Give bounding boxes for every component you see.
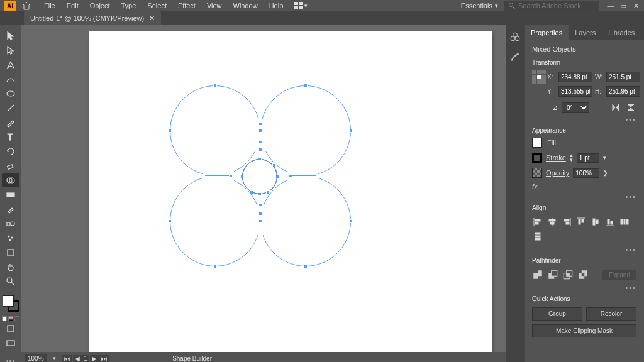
zoom-tool[interactable]: [2, 275, 19, 288]
tab-libraries[interactable]: Libraries: [602, 25, 641, 40]
selection-handle[interactable]: [275, 175, 279, 178]
align-left-icon[interactable]: [532, 216, 543, 228]
line-tool[interactable]: [2, 101, 19, 115]
close-button[interactable]: ✕: [631, 1, 640, 10]
pathfinder-exclude-icon[interactable]: [577, 269, 589, 280]
fill-color-swatch[interactable]: [532, 138, 542, 148]
selection-handle[interactable]: [240, 175, 244, 178]
menu-file[interactable]: File: [39, 0, 60, 11]
selection-handle[interactable]: [258, 129, 262, 133]
appearance-more-options[interactable]: •••: [525, 193, 644, 200]
maximize-button[interactable]: ▭: [619, 1, 628, 10]
selection-handle[interactable]: [258, 212, 262, 216]
symbol-sprayer-tool[interactable]: [2, 231, 19, 245]
stroke-profile-dropdown[interactable]: ▾: [603, 155, 606, 161]
edit-toolbar-button[interactable]: •••: [6, 357, 16, 362]
opacity-input[interactable]: [573, 168, 599, 178]
selection-handle[interactable]: [168, 129, 172, 133]
transform-h-input[interactable]: [606, 86, 640, 97]
menu-help[interactable]: Help: [264, 0, 289, 11]
pathfinder-unite-icon[interactable]: [532, 269, 543, 280]
arrange-documents-icon[interactable]: ▾: [289, 0, 313, 11]
flip-horizontal-icon[interactable]: [610, 102, 621, 113]
menu-type[interactable]: Type: [116, 0, 142, 11]
opacity-swatch[interactable]: [532, 168, 542, 178]
transform-y-input[interactable]: [558, 86, 592, 97]
menu-select[interactable]: Select: [142, 0, 172, 11]
selection-handle[interactable]: [289, 174, 292, 178]
menu-object[interactable]: Object: [85, 0, 115, 11]
selection-handle[interactable]: [349, 129, 353, 133]
make-clipping-mask-button[interactable]: Make Clipping Mask: [532, 324, 636, 337]
menu-view[interactable]: View: [202, 0, 227, 11]
stroke-stepper-icon[interactable]: ▴▾: [570, 153, 573, 162]
opacity-presets-icon[interactable]: ❯: [603, 170, 608, 176]
screen-mode-icon[interactable]: [2, 336, 19, 350]
selection-handle[interactable]: [266, 190, 270, 194]
fill-swatch[interactable]: [3, 295, 14, 307]
transform-more-options[interactable]: •••: [525, 116, 644, 123]
align-top-icon[interactable]: [575, 216, 587, 228]
selection-handle[interactable]: [304, 84, 308, 87]
artboard[interactable]: [89, 31, 492, 352]
color-mode-icons[interactable]: ⁄: [2, 316, 19, 321]
brushes-panel-icon[interactable]: [509, 52, 521, 63]
selection-handle[interactable]: [213, 84, 217, 87]
pathfinder-intersect-icon[interactable]: [562, 269, 574, 280]
curvature-tool[interactable]: [2, 72, 19, 86]
eraser-tool[interactable]: [2, 159, 19, 173]
selection-tool[interactable]: [2, 29, 19, 43]
selection-handle[interactable]: [250, 190, 253, 194]
artboard-tool[interactable]: [2, 246, 19, 260]
rotate-angle-select[interactable]: 0°: [562, 102, 589, 113]
selection-handle[interactable]: [168, 219, 172, 223]
prev-artboard-button[interactable]: ◀: [73, 355, 82, 362]
blend-tool[interactable]: [2, 217, 19, 231]
document-tab[interactable]: Untitled-1* @ 100% (CMYK/Preview) ✕: [24, 11, 161, 25]
minimize-button[interactable]: —: [606, 1, 615, 10]
opacity-label[interactable]: Opacity: [546, 169, 569, 177]
selection-handle[interactable]: [229, 174, 233, 178]
pathfinder-minus-front-icon[interactable]: [547, 269, 558, 280]
selection-handle[interactable]: [213, 265, 217, 268]
pathfinder-more-options[interactable]: •••: [525, 284, 644, 292]
next-artboard-button[interactable]: ▶: [90, 355, 99, 362]
rectangle-tool[interactable]: [2, 87, 19, 101]
transform-w-input[interactable]: [606, 72, 640, 82]
selection-handle[interactable]: [349, 219, 353, 223]
eyedropper-tool[interactable]: [2, 202, 19, 216]
workspace-switcher[interactable]: Essentials ▾: [456, 0, 503, 11]
first-artboard-button[interactable]: ⏮: [62, 355, 72, 362]
menu-edit[interactable]: Edit: [62, 0, 84, 11]
hand-tool[interactable]: [2, 260, 19, 274]
recolor-button[interactable]: Recolor: [586, 307, 636, 321]
menu-effect[interactable]: Effect: [173, 0, 201, 11]
align-right-icon[interactable]: [561, 216, 572, 228]
stroke-label[interactable]: Stroke: [546, 154, 566, 162]
cc-libraries-icon[interactable]: [509, 31, 521, 43]
tab-close-icon[interactable]: ✕: [149, 14, 155, 23]
stroke-color-swatch[interactable]: [532, 153, 542, 163]
fill-stroke-swatches[interactable]: [3, 295, 19, 312]
pen-tool[interactable]: [2, 58, 19, 72]
menu-window[interactable]: Window: [228, 0, 263, 11]
align-vcenter-icon[interactable]: [590, 216, 601, 228]
selection-handle[interactable]: [258, 140, 262, 144]
direct-selection-tool[interactable]: [2, 43, 19, 57]
artboard-number[interactable]: 1: [82, 355, 90, 362]
align-more-options[interactable]: •••: [525, 246, 644, 253]
fx-label[interactable]: fx.: [525, 180, 644, 193]
search-stock-field[interactable]: [504, 1, 599, 11]
selection-handle[interactable]: [258, 203, 262, 207]
fill-label[interactable]: Fill: [547, 139, 556, 146]
reference-point-selector[interactable]: [532, 70, 546, 84]
tab-properties[interactable]: Properties: [525, 25, 569, 40]
selection-handle[interactable]: [258, 219, 262, 223]
selection-handle[interactable]: [258, 148, 262, 151]
gradient-tool[interactable]: [2, 188, 19, 202]
paintbrush-tool[interactable]: [2, 116, 19, 129]
zoom-dropdown-icon[interactable]: ▾: [53, 355, 56, 361]
draw-mode-icon[interactable]: [2, 322, 19, 336]
last-artboard-button[interactable]: ⏭: [99, 355, 109, 362]
distribute-hspacing-icon[interactable]: [619, 216, 630, 228]
